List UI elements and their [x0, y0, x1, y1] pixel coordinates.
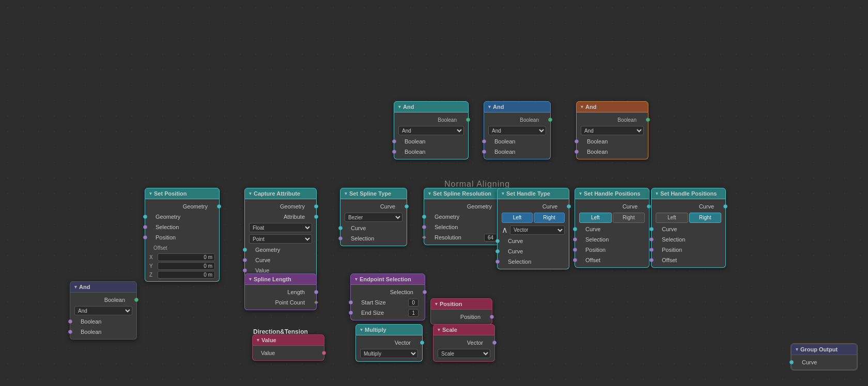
- shp1-left-btn[interactable]: Left: [579, 213, 612, 223]
- set-handle-pos-2-body: Curve Left Right Curve Selection Positio…: [651, 199, 726, 268]
- geo-in-label: Geometry: [149, 214, 180, 220]
- length-out-socket[interactable]: [314, 290, 318, 294]
- position-out-socket[interactable]: [490, 315, 494, 319]
- cap-geo-in-socket[interactable]: [243, 248, 247, 252]
- and-node-2-boolean-out-socket[interactable]: [548, 118, 552, 122]
- shp2-curve-in[interactable]: [649, 227, 654, 231]
- set-handle-pos-1-header[interactable]: ▾ Set Handle Positions: [575, 188, 649, 199]
- start-size-in-socket[interactable]: [349, 300, 353, 304]
- spline-type-out-socket[interactable]: [405, 204, 409, 208]
- spline-type-curve-in[interactable]: [338, 226, 343, 230]
- and-bottom-out-socket[interactable]: [134, 298, 138, 302]
- spline-res-geo-in[interactable]: [422, 215, 426, 219]
- and-node-2-header[interactable]: ▾ And: [484, 101, 551, 112]
- endpoint-selection-node: ▾ Endpoint Selection Selection Start Siz…: [350, 274, 425, 320]
- endpoint-sel-header[interactable]: ▾ Endpoint Selection: [350, 274, 425, 285]
- boolean-output-socket[interactable]: [466, 118, 470, 122]
- spline-res-sel-in[interactable]: [422, 225, 426, 229]
- set-spline-type-header[interactable]: ▾ Set Spline Type: [340, 188, 407, 199]
- set-handle-type-header[interactable]: ▾ Set Handle Type: [497, 188, 569, 199]
- and3-input2-socket[interactable]: [575, 150, 579, 154]
- shp1-sel-in[interactable]: [573, 237, 577, 242]
- capture-attr-body: Geometry Attribute Float Point Geometry: [244, 199, 317, 278]
- and-node-1-dropdown[interactable]: And: [398, 126, 464, 135]
- shp2-pos-in[interactable]: [649, 248, 654, 252]
- capture-attr-header[interactable]: ▾ Capture Attribute: [244, 188, 317, 199]
- and3-bool-out-socket[interactable]: [646, 118, 650, 122]
- handle-type-sel-in[interactable]: [495, 260, 500, 264]
- resolution-diamond-socket[interactable]: [422, 235, 426, 239]
- endpoint-sel-out-socket[interactable]: [423, 290, 427, 294]
- spline-type-sel-in[interactable]: [338, 236, 343, 240]
- set-position-header[interactable]: ▾ Set Position: [145, 188, 220, 199]
- and-bottom-dropdown[interactable]: And: [74, 306, 132, 315]
- scale-out-socket[interactable]: [492, 341, 497, 345]
- shp2-right-btn[interactable]: Right: [689, 213, 722, 223]
- shp1-right-btn[interactable]: Right: [613, 213, 645, 223]
- value-header[interactable]: ▾ Value: [252, 334, 324, 346]
- cap-attr-out-socket[interactable]: [314, 215, 318, 219]
- position-title: Position: [440, 301, 462, 307]
- spline-length-header[interactable]: ▾ Spline Length: [244, 274, 317, 285]
- group-out-curve-in[interactable]: [789, 360, 794, 364]
- and-node-2-dropdown[interactable]: And: [488, 126, 546, 135]
- geo-in-socket[interactable]: [143, 215, 147, 219]
- multiply-out-socket[interactable]: [420, 341, 424, 345]
- and-bottom-header[interactable]: ▾ And: [70, 281, 137, 293]
- position-header[interactable]: ▾ Position: [430, 298, 492, 310]
- and-node-2-input1: Boolean: [484, 136, 550, 147]
- multiply-dropdown[interactable]: Multiply: [360, 349, 418, 358]
- left-btn[interactable]: Left: [502, 213, 533, 223]
- and-node-3-body: Boolean And Boolean Boolean: [576, 112, 648, 159]
- handle-type-curve-in[interactable]: [495, 239, 500, 243]
- scale-dropdown[interactable]: Scale: [438, 349, 490, 358]
- shp2-offset-in[interactable]: [649, 258, 654, 262]
- point-dropdown[interactable]: Point: [249, 234, 312, 244]
- input1-socket[interactable]: [392, 139, 396, 143]
- scale-header[interactable]: ▾ Scale: [433, 324, 495, 335]
- handle-type-curve2-in[interactable]: [495, 249, 500, 253]
- point-count-out-socket[interactable]: [314, 300, 318, 304]
- shp2-out-socket[interactable]: [723, 204, 727, 208]
- and-node-3-dropdown[interactable]: And: [581, 126, 644, 135]
- shp1-out-socket[interactable]: [647, 204, 651, 208]
- cap-val-in-socket[interactable]: [243, 268, 247, 272]
- selection-in-socket[interactable]: [143, 225, 147, 229]
- and3-input1-socket[interactable]: [575, 139, 579, 143]
- shp1-offset-in[interactable]: [573, 258, 577, 262]
- and-node-1-boolean-output: Boolean: [394, 115, 468, 125]
- group-output-header[interactable]: ▾ Group Output: [791, 344, 857, 355]
- and-node-1-header[interactable]: ▾ And: [394, 101, 469, 112]
- end-size-in-socket[interactable]: [349, 311, 353, 315]
- set-handle-pos-1-body: Curve Left Right Curve Selection Positio…: [575, 199, 649, 268]
- shp2-left-btn[interactable]: Left: [656, 213, 688, 223]
- float-dropdown[interactable]: Float: [249, 223, 312, 232]
- and-node-3: ▾ And Boolean And Boolean Boolean: [576, 101, 648, 159]
- and-bottom-bool1-in[interactable]: [68, 319, 72, 324]
- value-out-socket[interactable]: [322, 351, 326, 355]
- and2-input1-socket[interactable]: [482, 139, 486, 143]
- cap-attr-out: Attribute: [249, 214, 312, 220]
- bezier-dropdown[interactable]: Bezier: [345, 213, 402, 222]
- and-node-3-header[interactable]: ▾ And: [576, 101, 648, 112]
- vector-dropdown[interactable]: Vector: [510, 226, 565, 235]
- position-in-socket[interactable]: [143, 235, 147, 239]
- set-spline-res-body: Geometry Geometry Selection Resolution 6…: [424, 199, 504, 245]
- geometry-out-socket[interactable]: [217, 204, 221, 208]
- handle-type-out-socket[interactable]: [567, 204, 571, 208]
- input2-socket[interactable]: [392, 150, 396, 154]
- shp1-pos-in[interactable]: [573, 248, 577, 252]
- shp2-sel-in[interactable]: [649, 237, 654, 242]
- right-btn[interactable]: Right: [534, 213, 565, 223]
- set-handle-pos-2-header[interactable]: ▾ Set Handle Positions: [651, 188, 726, 199]
- and-node-3-boolean-output: Boolean: [577, 115, 648, 125]
- node-editor-canvas[interactable]: Normal Aligning ▾ And Boolean And Boolea…: [0, 0, 868, 386]
- cap-curve-in-socket[interactable]: [243, 258, 247, 262]
- multiply-header[interactable]: ▾ Multiply: [355, 324, 423, 335]
- shp1-curve-in[interactable]: [573, 227, 577, 231]
- and-bottom-bool2-in[interactable]: [68, 330, 72, 334]
- and2-input2-socket[interactable]: [482, 150, 486, 154]
- cap-geo-out-socket[interactable]: [314, 204, 318, 208]
- set-handle-type-title: Set Handle Type: [506, 190, 550, 197]
- set-spline-res-header[interactable]: ▾ Set Spline Resolution: [424, 188, 504, 199]
